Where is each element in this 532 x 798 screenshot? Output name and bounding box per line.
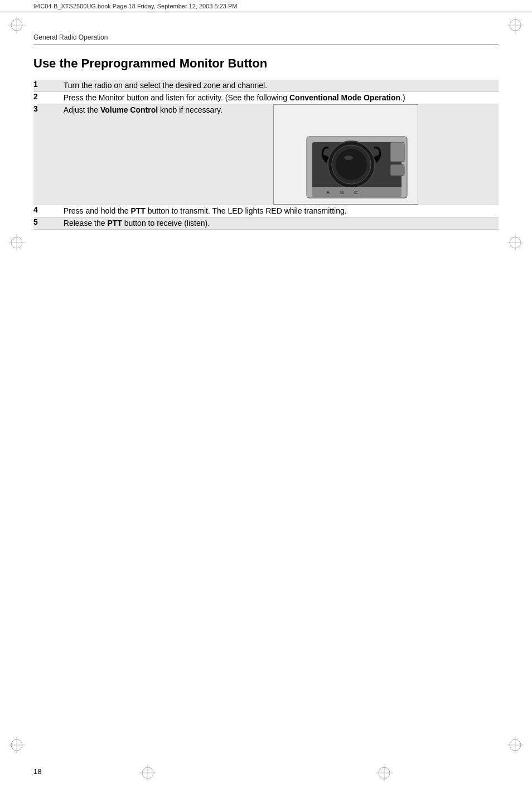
step-content-1: Turn the radio on and select the desired… [64, 80, 499, 92]
svg-point-28 [336, 149, 367, 180]
reg-mark-top-right [507, 17, 524, 33]
step-number-2: 2 [33, 92, 64, 104]
step-row-1: 1 Turn the radio on and select the desir… [33, 80, 499, 92]
step-row-2: 2 Press the Monitor button and listen fo… [33, 92, 499, 104]
reg-mark-bottom-mid-right [376, 765, 393, 781]
volume-knob-svg: A B C [279, 109, 413, 201]
steps-table: 1 Turn the radio on and select the desir… [33, 80, 499, 230]
svg-rect-32 [390, 142, 404, 162]
page-number: 18 [33, 767, 41, 776]
step-number-1: 1 [33, 80, 64, 92]
section-divider [33, 45, 499, 45]
step-content-2: Press the Monitor button and listen for … [64, 92, 499, 104]
svg-text:A: A [326, 190, 330, 195]
reg-mark-mid-right [507, 234, 524, 251]
volume-knob-image: A B C [273, 104, 418, 205]
bold-text-conventional: Conventional Mode Operation [289, 93, 400, 102]
step-row-4: 4 Press and hold the PTT button to trans… [33, 205, 499, 217]
section-label: General Radio Operation [33, 33, 499, 41]
bold-text-ptt-4: PTT [130, 206, 145, 215]
header-bar: 94C04-B_XTS2500UG.book Page 18 Friday, S… [0, 0, 532, 12]
reg-mark-bottom-left [8, 737, 25, 753]
step-image-cell-3: A B C [273, 104, 499, 205]
step-content-4: Press and hold the PTT button to transmi… [64, 205, 499, 217]
step-number-4: 4 [33, 205, 64, 217]
step-row-5: 5 Release the PTT button to receive (lis… [33, 217, 499, 230]
reg-mark-bottom-mid-left [139, 765, 156, 781]
step-row-3: 3 Adjust the Volume Control knob if nece… [33, 104, 499, 205]
svg-text:B: B [340, 190, 344, 195]
content-area: General Radio Operation Use the Preprogr… [33, 33, 499, 753]
bold-text-ptt-5: PTT [107, 219, 122, 228]
page-container: 94C04-B_XTS2500UG.book Page 18 Friday, S… [0, 0, 532, 798]
svg-text:C: C [354, 190, 358, 195]
svg-rect-33 [390, 165, 404, 176]
reg-mark-mid-left [8, 234, 25, 251]
bold-text-volume-control: Volume Control [100, 105, 158, 114]
svg-point-29 [344, 156, 353, 160]
step-content-3: Adjust the Volume Control knob if necess… [64, 104, 274, 205]
step-number-5: 5 [33, 217, 64, 230]
step-content-5: Release the PTT button to receive (liste… [64, 217, 499, 230]
main-title: Use the Preprogrammed Monitor Button [33, 56, 499, 71]
step-number-3: 3 [33, 104, 64, 205]
reg-mark-bottom-right [507, 737, 524, 753]
reg-mark-top-left [8, 17, 25, 33]
header-text: 94C04-B_XTS2500UG.book Page 18 Friday, S… [33, 3, 237, 9]
